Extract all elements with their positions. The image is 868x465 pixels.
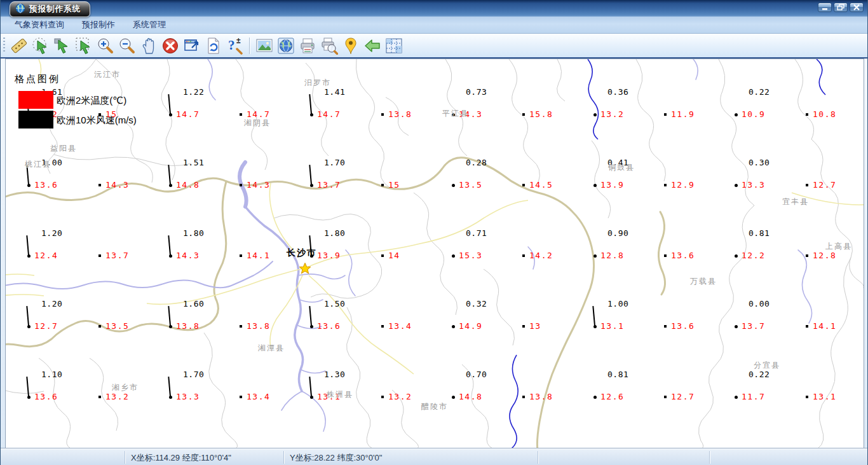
temperature-value: 13.4 xyxy=(247,392,270,401)
temperature-value: 13.6 xyxy=(671,251,695,260)
temperature-value: 14.3 xyxy=(105,180,129,190)
menu-item-2[interactable]: 预报制作 xyxy=(74,17,123,32)
temperature-value: 13.6 xyxy=(671,321,695,331)
grid-point-dot xyxy=(240,325,242,328)
temperature-value: 14.2 xyxy=(529,251,553,260)
temperature-value: 13.6 xyxy=(34,392,58,401)
image-button[interactable] xyxy=(254,36,275,56)
wind-speed-value: 1.10 xyxy=(41,370,62,379)
temperature-value: 14.9 xyxy=(459,321,482,331)
grid-map-button[interactable] xyxy=(383,36,405,56)
map-label: 湘阴县 xyxy=(244,118,271,128)
grid-point-dot xyxy=(806,184,808,186)
print-preview-button[interactable] xyxy=(318,36,340,56)
grid-point-dot xyxy=(806,113,808,116)
zoom-in-button[interactable] xyxy=(95,36,116,56)
temperature-value: 12.7 xyxy=(813,180,836,190)
grid-point-dot xyxy=(522,184,525,186)
grid-point-dot xyxy=(381,113,384,116)
grid-point-dot xyxy=(664,325,667,328)
map-frame: 13.21.611514.71.2214.714.71.4113.814.30.… xyxy=(1,57,867,448)
wind-speed-value: 0.22 xyxy=(749,370,770,379)
print-icon xyxy=(299,37,316,55)
image-icon xyxy=(255,37,273,55)
wind-speed-value: 1.80 xyxy=(183,228,204,238)
legend-label-windspeed: 欧洲10米风速(m/s) xyxy=(57,115,137,127)
temperature-value: 13.7 xyxy=(317,180,341,190)
stop-button[interactable] xyxy=(159,36,181,56)
app-window: 预报制作系统 气象资料查询预报制作系统管理 ?± xyxy=(0,0,868,465)
grid-point-dot xyxy=(98,396,101,398)
wind-speed-value: 1.22 xyxy=(183,87,204,97)
map-label: 上高县 xyxy=(825,241,852,252)
temperature-value: 13.5 xyxy=(459,180,482,190)
grid-point-dot xyxy=(593,254,597,258)
location-pin-icon xyxy=(342,37,360,55)
temperature-value: 10.8 xyxy=(813,109,836,119)
select-ellipse-button[interactable] xyxy=(30,36,51,56)
temperature-value: 15.3 xyxy=(459,251,482,260)
back-arrow-icon xyxy=(363,37,381,55)
wind-speed-value: 0.00 xyxy=(749,299,770,309)
temperature-value: 12.2 xyxy=(742,251,765,260)
status-y-coordinate: Y坐标:28.22 纬度:30°0'0" xyxy=(290,452,382,464)
wind-speed-value: 0.81 xyxy=(749,228,770,238)
app-title-tab[interactable]: 预报制作系统 xyxy=(10,1,90,17)
zoom-out-icon xyxy=(118,37,136,55)
wind-speed-value: 1.20 xyxy=(41,228,62,238)
wind-speed-value: 1.00 xyxy=(607,299,628,309)
zoom-in-icon xyxy=(97,37,114,55)
map-label: 益阳县 xyxy=(50,143,77,154)
map-canvas[interactable]: 13.21.611514.71.2214.714.71.4113.814.30.… xyxy=(5,59,864,449)
temperature-value: 13.3 xyxy=(176,392,200,401)
temperature-value: 13.9 xyxy=(317,251,341,260)
restore-button[interactable] xyxy=(834,3,848,12)
wind-speed-value: 1.70 xyxy=(183,370,204,379)
restore-icon xyxy=(835,4,846,11)
wind-speed-value: 1.20 xyxy=(41,299,62,309)
select-arrow-button[interactable] xyxy=(51,36,73,56)
temperature-value: 11.9 xyxy=(671,109,695,119)
map-legend: 格点图例 欧洲2米温度(℃) 欧洲10米风速(m/s) xyxy=(13,71,185,137)
temperature-value: 14.8 xyxy=(459,392,482,401)
close-button[interactable] xyxy=(850,3,864,12)
help-zoom-button[interactable]: ?± xyxy=(224,36,246,56)
grid-point-dot xyxy=(452,254,455,258)
window-export-button[interactable] xyxy=(181,36,203,56)
print-button[interactable] xyxy=(297,36,318,56)
minimize-button[interactable] xyxy=(818,3,832,12)
menu-item-1[interactable]: 气象资料查询 xyxy=(7,17,72,32)
temperature-value: 13.7 xyxy=(742,321,765,331)
wind-speed-value: 1.70 xyxy=(324,158,345,167)
temperature-value: 13.8 xyxy=(247,321,270,331)
location-pin-button[interactable] xyxy=(340,36,362,56)
temperature-value: 13 xyxy=(529,321,541,331)
pan-hand-button[interactable] xyxy=(138,36,159,56)
ruler-button[interactable] xyxy=(8,36,30,56)
zoom-out-button[interactable] xyxy=(116,36,138,56)
wind-speed-value: 0.32 xyxy=(466,299,487,309)
map-label: 醴陵市 xyxy=(421,401,448,412)
temperature-value: 13.8 xyxy=(176,321,200,331)
temperature-value: 13.1 xyxy=(600,321,624,331)
globe-icon xyxy=(277,37,295,55)
grid-point-dot xyxy=(806,325,808,328)
grid-point-dot xyxy=(735,254,738,258)
back-arrow-button[interactable] xyxy=(362,36,383,56)
grid-point-dot xyxy=(381,396,384,398)
globe-button[interactable] xyxy=(275,36,297,56)
wind-speed-value: 1.30 xyxy=(324,370,345,379)
temperature-value: 14.7 xyxy=(317,109,341,119)
status-x-coordinate: X坐标:114.29 经度:110°0'4" xyxy=(131,452,231,464)
refresh-page-button[interactable] xyxy=(203,36,224,56)
statusbar-separator xyxy=(283,451,285,464)
grid-point-dot xyxy=(664,184,667,186)
window-title: 预报制作系统 xyxy=(29,4,81,15)
menu-item-3[interactable]: 系统管理 xyxy=(125,17,173,32)
temperature-value: 12.8 xyxy=(600,251,624,260)
window-export-icon xyxy=(183,37,201,55)
map-label: 桃江县 xyxy=(25,159,51,170)
temperature-value: 13.3 xyxy=(742,180,765,190)
wind-speed-value: 0.90 xyxy=(607,228,628,238)
select-box-button[interactable] xyxy=(73,36,95,56)
